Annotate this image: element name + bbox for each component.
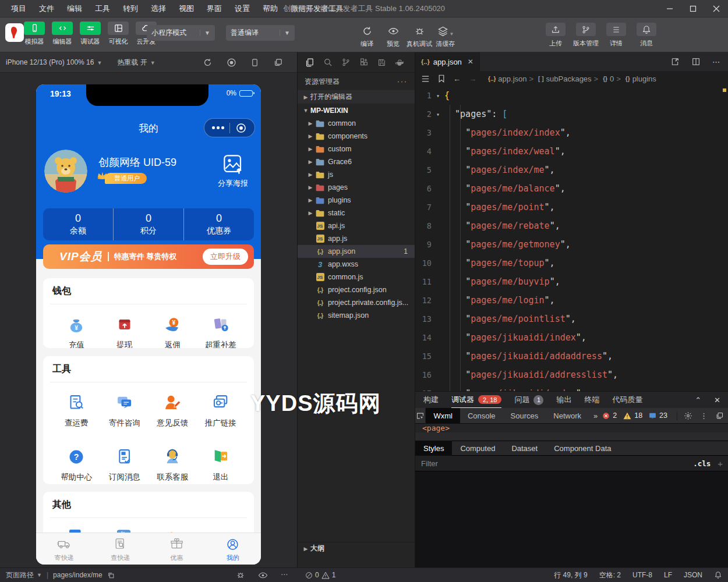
tab-我的[interactable]: 我的 <box>205 533 261 565</box>
devtools-tab-Console[interactable]: Console <box>460 408 503 424</box>
menu-6[interactable]: 视图 <box>174 2 199 16</box>
wxml-tree-partial[interactable]: <page> <box>415 424 728 432</box>
debugger-tab-代码质量[interactable]: 代码质量 <box>612 392 642 408</box>
file-components[interactable]: ▶components <box>298 130 415 143</box>
devtools-tab-Network[interactable]: Network <box>546 408 589 424</box>
encoding[interactable]: UTF-8 <box>632 571 652 579</box>
copy-icon[interactable] <box>107 572 115 579</box>
action-lines[interactable]: 详情 <box>601 23 631 48</box>
share-poster-button[interactable]: 分享海报 <box>215 153 250 189</box>
back-icon[interactable]: ← <box>453 74 461 83</box>
problems-indicator[interactable]: 0 1 <box>305 571 335 579</box>
refresh-icon[interactable] <box>203 58 213 68</box>
breadcrumb-item[interactable]: subPackages <box>546 74 592 83</box>
dock-icon[interactable] <box>715 411 724 420</box>
debugger-tab-终端[interactable]: 终端 <box>584 392 599 408</box>
devtools-tab-Wxml[interactable]: Wxml <box>426 408 460 424</box>
minimize-button[interactable] <box>658 0 681 17</box>
debugger-tab-问题[interactable]: 问题1 <box>514 392 543 408</box>
gear-icon[interactable] <box>684 411 692 420</box>
menu-item-promo[interactable]: 推广链接 <box>197 382 245 436</box>
menu-item-feedback[interactable]: 意见反馈 <box>149 382 197 436</box>
language-mode[interactable]: JSON <box>684 571 702 579</box>
action-refresh[interactable]: 编译 <box>354 23 380 48</box>
file-plugins[interactable]: ▶plugins <box>298 194 415 207</box>
menu-item-logout[interactable]: 退出 <box>197 436 245 484</box>
close-panel-icon[interactable]: ✕ <box>714 396 720 404</box>
menu-item-overweight[interactable]: 超重补差 <box>197 304 245 348</box>
file-app.json[interactable]: {..}app.json1 <box>298 245 415 258</box>
menu-item-help[interactable]: ?帮助中心 <box>52 436 101 484</box>
file-js[interactable]: ▶js <box>298 168 415 181</box>
action-bug[interactable]: 真机调试 <box>407 23 432 48</box>
multi-window-icon[interactable] <box>273 58 283 68</box>
extensions-icon[interactable] <box>359 58 369 67</box>
file-project.config.json[interactable]: {..}project.config.json <box>298 283 415 296</box>
action-upload[interactable]: 上传 <box>540 23 571 48</box>
git-branch-icon[interactable] <box>341 58 351 67</box>
indent-setting[interactable]: 空格: 2 <box>599 570 621 580</box>
device-selector[interactable]: iPhone 12/13 (Pro) 100% 16▼ <box>6 58 102 66</box>
debugger-tab-调试器[interactable]: 调试器2, 18 <box>451 392 501 408</box>
notifications-bell-icon[interactable] <box>714 571 722 579</box>
breadcrumb-item[interactable]: plugins <box>632 74 656 83</box>
more-actions-icon[interactable]: ··· <box>397 77 408 86</box>
file-project.private.config.js...[interactable]: {..}project.private.config.js... <box>298 296 415 309</box>
file-custom[interactable]: ▶custom <box>298 143 415 155</box>
hot-reload-toggle[interactable]: 热重载 开▼ <box>117 58 155 68</box>
inspector-tab-dataset[interactable]: Dataset <box>503 441 546 456</box>
menu-item-subscribe[interactable]: 订阅消息 <box>101 436 149 484</box>
action-layers[interactable]: ▼清缓存 <box>433 23 458 48</box>
file-Grace6[interactable]: ▶Grace6 <box>298 155 415 168</box>
eol-setting[interactable]: LF <box>664 571 672 579</box>
toggle-class-button[interactable]: .cls <box>693 459 711 468</box>
compile-dropdown[interactable]: 普通编译 ▼ <box>226 25 295 41</box>
file-pages[interactable]: ▶pages <box>298 181 415 194</box>
upgrade-button[interactable]: 立即升级 <box>203 249 248 265</box>
menu-1[interactable]: 文件 <box>34 2 59 16</box>
more-icon[interactable]: ⋯ <box>281 570 288 580</box>
close-tab-icon[interactable]: ✕ <box>468 58 473 66</box>
more-icon[interactable]: ⋯ <box>712 58 720 66</box>
close-button[interactable] <box>705 0 728 17</box>
kebab-menu-icon[interactable]: ⋮ <box>700 411 708 420</box>
eye-icon[interactable] <box>258 570 268 580</box>
file-app.wxss[interactable]: 3app.wxss <box>298 258 415 271</box>
forward-icon[interactable]: → <box>469 74 476 83</box>
filter-input[interactable]: Filter <box>421 459 438 468</box>
avatar[interactable] <box>44 150 87 193</box>
debugger-tab-构建[interactable]: 构建 <box>423 392 439 408</box>
tab-查快递[interactable]: 查快递 <box>93 533 149 565</box>
more-tabs-icon[interactable]: » <box>589 411 602 420</box>
device-frame-icon[interactable] <box>250 58 259 68</box>
save-icon[interactable] <box>377 58 386 67</box>
inspector-tab-component-data[interactable]: Component Data <box>546 441 619 456</box>
project-root[interactable]: ▼ MP-WEIXIN <box>298 104 415 117</box>
menu-item-rebate[interactable]: ¥返佣 <box>149 304 197 348</box>
menu-2[interactable]: 编辑 <box>62 2 87 16</box>
add-style-icon[interactable]: + <box>718 459 723 469</box>
menu-item-freight[interactable]: 查运费 <box>52 382 101 436</box>
menu-7[interactable]: 界面 <box>202 2 227 16</box>
cursor-position[interactable]: 行 49, 列 9 <box>554 570 587 580</box>
capsule-menu[interactable] <box>204 118 255 137</box>
record-icon[interactable] <box>227 58 236 68</box>
file-static[interactable]: ▶static <box>298 207 415 219</box>
menu-5[interactable]: 选择 <box>146 2 171 16</box>
split-editor-icon[interactable] <box>691 57 701 66</box>
file-app.js[interactable]: JSapp.js <box>298 232 415 245</box>
menu-item-recharge[interactable]: ¥充值 <box>52 304 101 348</box>
outline-section[interactable]: ▶ 大纲 <box>298 542 415 555</box>
stat-余额[interactable]: 0余额 <box>43 208 113 240</box>
outline-toggle-icon[interactable] <box>421 75 430 83</box>
file-sitemap.json[interactable]: {..}sitemap.json <box>298 309 415 322</box>
devtools-tab-Sources[interactable]: Sources <box>503 408 546 424</box>
tab-寄快递[interactable]: 寄快递 <box>36 533 93 565</box>
action-bell[interactable]: 消息 <box>631 23 662 48</box>
search-icon[interactable] <box>323 58 333 67</box>
code-area[interactable]: 1▾{2▾ "pages": [3 "pages/index/index",4 … <box>415 86 728 391</box>
mode-code[interactable]: 编辑器 <box>50 22 75 46</box>
more-dots-icon[interactable] <box>212 126 224 129</box>
mode-dropdown[interactable]: 小程序模式 ▼ <box>147 25 215 41</box>
debugger-tab-输出[interactable]: 输出 <box>556 392 571 408</box>
